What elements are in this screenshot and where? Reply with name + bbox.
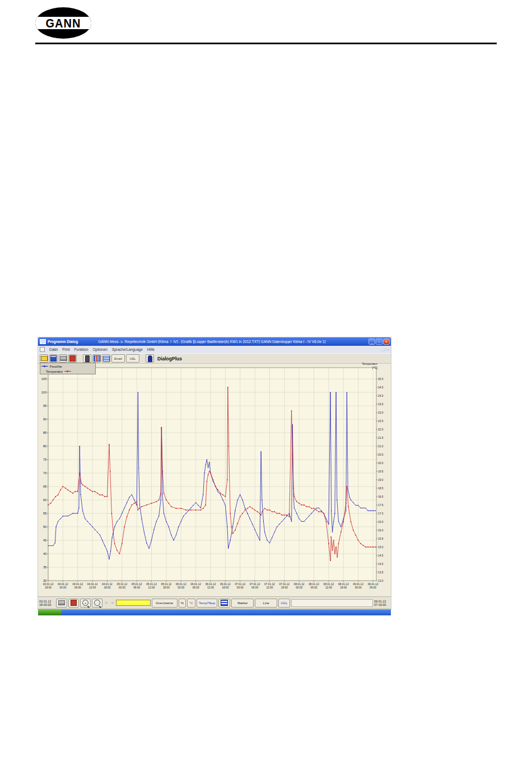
mdi-minimize-button[interactable]: _: [381, 348, 383, 351]
taskbar[interactable]: [38, 610, 391, 615]
line-button[interactable]: Line: [255, 599, 277, 608]
menu-item-print[interactable]: Print: [60, 347, 72, 351]
svg-text:25.0: 25.0: [378, 378, 384, 381]
svg-text:35: 35: [43, 566, 46, 569]
pan-right-icon[interactable]: ◄: [110, 600, 115, 605]
chart-area: 105100959085807570656055504540353025.024…: [38, 364, 391, 596]
right-axis-title: Temperatur [°C]: [362, 362, 377, 369]
delete-button[interactable]: [83, 354, 91, 363]
svg-text:07.01.1200:00: 07.01.1200:00: [235, 583, 245, 589]
gann-logo-band: GANN: [35, 17, 91, 29]
grid-style-button[interactable]: [218, 599, 230, 608]
svg-text:95: 95: [43, 404, 46, 407]
legend-row-feuchte: Feuchte: [41, 364, 94, 369]
menu-item-optionen[interactable]: Optionen: [91, 347, 110, 351]
table-view-button[interactable]: [102, 354, 110, 363]
ugl-button[interactable]: UGL: [278, 599, 290, 608]
pan-left-icon[interactable]: ◄: [104, 600, 109, 605]
menu-item-sprache[interactable]: Sprache/Language: [110, 347, 145, 351]
mdi-close-button[interactable]: ×: [387, 348, 389, 351]
svg-text:24.5: 24.5: [378, 386, 384, 389]
svg-text:08.01.1218:00: 08.01.1218:00: [338, 583, 349, 589]
celsius-button[interactable]: °C: [187, 599, 195, 608]
svg-text:09.01.1200:00: 09.01.1200:00: [353, 583, 363, 589]
svg-text:100: 100: [41, 391, 46, 394]
email-button[interactable]: Email: [111, 354, 125, 363]
right-axis-title-line2: [°C]: [362, 366, 377, 370]
svg-text:85: 85: [43, 431, 46, 434]
svg-text:20.0: 20.0: [378, 462, 384, 465]
svg-text:22.5: 22.5: [378, 420, 384, 423]
svg-text:105: 105: [41, 377, 46, 381]
print-button[interactable]: [59, 354, 67, 363]
trash-icon: [85, 355, 90, 362]
grenzwerte-button[interactable]: Grenzwerte: [152, 599, 178, 608]
legend-marker-feuchte: [41, 366, 48, 367]
save-button[interactable]: [49, 354, 58, 363]
legend-row-temperatur: Temperatur: [46, 369, 94, 374]
svg-text:20.5: 20.5: [378, 453, 384, 456]
legend-marker-temperatur: [64, 371, 71, 372]
svg-text:80: 80: [43, 444, 46, 448]
svg-text:08.01.1212:00: 08.01.1212:00: [324, 583, 334, 589]
graph-view-button[interactable]: [92, 354, 101, 363]
svg-text:07.01.1218:00: 07.01.1218:00: [279, 583, 290, 589]
title-bar[interactable]: Programm Dialog GANN Mess- u. Regeltechn…: [38, 337, 391, 346]
svg-text:04.01.1218:00: 04.01.1218:00: [102, 583, 113, 589]
marker-button[interactable]: Marker: [231, 599, 254, 608]
mdi-window-controls: _ □ ×: [381, 348, 389, 351]
end-time: 07:16:00: [374, 603, 390, 606]
restore-button[interactable]: □: [376, 339, 382, 345]
temp-taup-button[interactable]: Temp/Taup: [197, 599, 217, 608]
svg-text:07.01.1206:00: 07.01.1206:00: [250, 583, 260, 589]
menu-item-funktion[interactable]: Funktion: [72, 347, 91, 351]
open-folder-icon: [41, 356, 48, 361]
open-button[interactable]: [40, 354, 48, 363]
app-window-icon: [40, 339, 46, 344]
chart-legend: Feuchte Temperatur: [40, 363, 96, 374]
svg-text:19.5: 19.5: [378, 470, 384, 473]
minimize-button[interactable]: _: [368, 339, 375, 345]
zoom-out-icon: [94, 600, 100, 606]
svg-text:17.5: 17.5: [378, 504, 384, 507]
window-title: GANN Mess- u. Regeltechnik GmbH [Klima_I…: [98, 340, 368, 344]
svg-text:24.0: 24.0: [378, 395, 384, 397]
svg-text:22.0: 22.0: [378, 428, 384, 431]
svg-text:70: 70: [43, 471, 46, 475]
dialogplus-button[interactable]: [146, 354, 154, 363]
percent-button[interactable]: %: [179, 599, 186, 608]
svg-text:13.0: 13.0: [378, 580, 384, 582]
mdi-restore-button[interactable]: □: [384, 348, 386, 351]
svg-text:03.01.1218:00: 03.01.1218:00: [43, 583, 54, 589]
export-button[interactable]: [68, 599, 79, 608]
stripes-icon: [221, 600, 228, 606]
save-disk-icon: [50, 355, 57, 361]
menu-bar: Datei Print Funktion Optionen Sprache/La…: [38, 346, 391, 353]
zoom-in-button[interactable]: +: [80, 599, 91, 608]
chart-plot[interactable]: 105100959085807570656055504540353025.024…: [38, 364, 391, 596]
svg-text:16.0: 16.0: [378, 529, 384, 532]
zoom-out-button[interactable]: [92, 599, 102, 608]
legend-label-temperatur: Temperatur: [46, 370, 63, 373]
right-axis-title-line1: Temperatur: [362, 362, 377, 366]
window-controls: _ □ ×: [368, 339, 390, 345]
svg-text:05.01.1218:00: 05.01.1218:00: [161, 583, 172, 589]
start-button[interactable]: [38, 610, 62, 615]
svg-text:06.01.1218:00: 06.01.1218:00: [220, 583, 231, 589]
close-button[interactable]: ×: [383, 339, 390, 345]
legend-label-feuchte: Feuchte: [50, 365, 62, 368]
svg-text:13.5: 13.5: [378, 571, 384, 574]
svg-text:19.0: 19.0: [378, 479, 384, 481]
print-chart-button[interactable]: [56, 599, 67, 608]
usl-button[interactable]: USL: [126, 354, 139, 363]
svg-text:60: 60: [43, 498, 46, 502]
header-rule: [35, 43, 497, 44]
svg-text:08.01.1200:00: 08.01.1200:00: [294, 583, 305, 589]
marker-value-input[interactable]: [116, 600, 151, 606]
menu-item-hilfe[interactable]: Hilfe: [145, 347, 157, 351]
print-preview-button[interactable]: [68, 354, 77, 363]
svg-text:50: 50: [43, 525, 46, 529]
svg-text:65: 65: [43, 485, 46, 488]
svg-text:05.01.1206:00: 05.01.1206:00: [132, 583, 142, 589]
menu-item-datei[interactable]: Datei: [47, 347, 60, 351]
